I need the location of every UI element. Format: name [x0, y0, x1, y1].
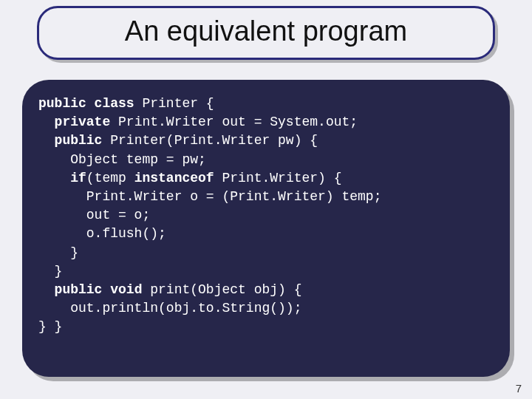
title-container: An equivalent program — [37, 6, 495, 60]
code-text: } — [38, 245, 78, 260]
kw-if: if — [70, 171, 86, 185]
code-container: public class Printer { private Print.Wri… — [22, 80, 510, 377]
code-text: Print.Writer o = (Print.Writer) temp; — [38, 189, 381, 204]
title-box: An equivalent program — [37, 6, 495, 60]
code-text: Object temp = pw; — [38, 152, 206, 167]
kw-private: private — [55, 115, 111, 129]
slide-title: An equivalent program — [61, 16, 471, 47]
code-text: o.flush(); — [38, 226, 166, 241]
code-box: public class Printer { private Print.Wri… — [22, 80, 510, 377]
code-text: Print.Writer out = System.out; — [110, 115, 358, 129]
code-text: Print.Writer) { — [214, 171, 342, 185]
code-text: Printer { — [134, 96, 214, 111]
code-indent — [38, 282, 55, 297]
code-text: print(Object obj) { — [142, 282, 301, 297]
code-text: (temp — [86, 171, 134, 185]
page-number: 7 — [516, 382, 522, 395]
code-block: public class Printer { private Print.Wri… — [38, 95, 489, 336]
code-text: } — [38, 264, 62, 279]
kw-public-class: public class — [38, 96, 134, 111]
code-indent — [38, 115, 55, 129]
kw-public-void: public void — [55, 282, 143, 297]
kw-instanceof: instanceof — [134, 171, 214, 185]
code-indent — [38, 133, 55, 148]
code-text: out = o; — [38, 208, 150, 222]
kw-public: public — [55, 133, 103, 148]
code-text: out.println(obj.to.String()); — [38, 301, 301, 316]
code-text: Printer(Print.Writer pw) { — [102, 133, 318, 148]
code-text: } } — [38, 319, 62, 334]
code-indent — [38, 171, 70, 185]
